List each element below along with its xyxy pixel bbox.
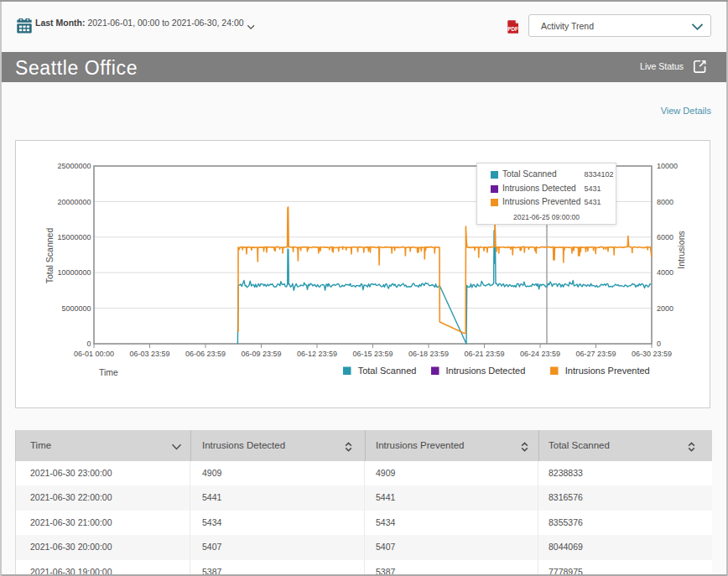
svg-text:06-01 00:00: 06-01 00:00 <box>74 350 114 358</box>
svg-text:06-06 23:59: 06-06 23:59 <box>185 350 226 358</box>
svg-text:06-24 23:59: 06-24 23:59 <box>520 350 560 358</box>
svg-text:8000: 8000 <box>657 198 673 206</box>
svg-text:06-09 23:59: 06-09 23:59 <box>241 350 281 358</box>
svg-text:4000: 4000 <box>657 268 673 277</box>
svg-text:2000: 2000 <box>657 304 673 313</box>
svg-text:Total Scanned: Total Scanned <box>44 228 55 284</box>
svg-text:PDF: PDF <box>507 26 518 32</box>
svg-text:Time: Time <box>99 367 118 377</box>
svg-text:Intrusions Prevented: Intrusions Prevented <box>565 366 650 376</box>
svg-text:10000000: 10000000 <box>57 268 91 277</box>
svg-text:06-30 23:59: 06-30 23:59 <box>632 350 672 358</box>
svg-text:0: 0 <box>86 340 91 348</box>
svg-text:6000: 6000 <box>657 233 673 241</box>
svg-text:06-12 23:59: 06-12 23:59 <box>297 350 337 358</box>
svg-text:15000000: 15000000 <box>57 233 91 241</box>
svg-text:20000000: 20000000 <box>57 198 91 206</box>
svg-text:06-15 23:59: 06-15 23:59 <box>352 350 393 358</box>
svg-text:Intrusions: Intrusions <box>676 231 686 269</box>
svg-text:10000: 10000 <box>657 162 678 170</box>
svg-text:06-18 23:59: 06-18 23:59 <box>408 350 449 358</box>
svg-text:06-27 23:59: 06-27 23:59 <box>575 350 616 358</box>
svg-text:06-03 23:59: 06-03 23:59 <box>129 350 169 358</box>
svg-text:Total Scanned: Total Scanned <box>358 366 417 376</box>
svg-text:5000000: 5000000 <box>61 304 91 313</box>
svg-text:06-21 23:59: 06-21 23:59 <box>464 350 504 358</box>
svg-text:0: 0 <box>657 340 661 348</box>
svg-text:25000000: 25000000 <box>57 162 91 170</box>
svg-text:Intrusions Detected: Intrusions Detected <box>446 366 526 376</box>
